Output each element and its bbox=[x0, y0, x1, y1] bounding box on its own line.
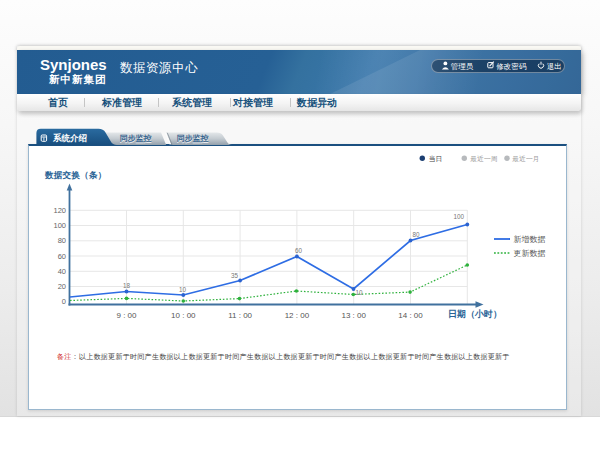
svg-text:20: 20 bbox=[58, 282, 66, 291]
svg-text:当日: 当日 bbox=[429, 155, 443, 163]
svg-text:80: 80 bbox=[58, 236, 66, 245]
svg-text:60: 60 bbox=[58, 252, 66, 261]
svg-text:100: 100 bbox=[53, 221, 66, 230]
svg-text:更新数据: 更新数据 bbox=[514, 249, 546, 258]
svg-text:退出: 退出 bbox=[547, 62, 562, 71]
svg-text:9 : 00: 9 : 00 bbox=[116, 311, 137, 320]
svg-text:35: 35 bbox=[231, 272, 239, 279]
svg-text:12 : 00: 12 : 00 bbox=[285, 311, 310, 320]
svg-text:同步监控: 同步监控 bbox=[177, 134, 209, 143]
svg-text:11 : 00: 11 : 00 bbox=[228, 311, 252, 320]
svg-text:120: 120 bbox=[53, 206, 66, 215]
svg-text:10: 10 bbox=[179, 286, 187, 293]
svg-text:最近一周: 最近一周 bbox=[469, 155, 497, 162]
svg-text:60: 60 bbox=[295, 247, 303, 254]
svg-text:14 : 00: 14 : 00 bbox=[398, 311, 423, 320]
svg-text:10 : 00: 10 : 00 bbox=[171, 311, 196, 320]
svg-text:数据交换（条）: 数据交换（条） bbox=[44, 170, 107, 180]
svg-text:新增数据: 新增数据 bbox=[514, 235, 546, 244]
svg-text:80: 80 bbox=[413, 231, 421, 238]
svg-text:最近一月: 最近一月 bbox=[511, 155, 539, 163]
svg-text:10: 10 bbox=[356, 289, 364, 296]
svg-text:修改密码: 修改密码 bbox=[496, 62, 527, 71]
svg-text:系统介绍: 系统介绍 bbox=[52, 133, 88, 143]
svg-text:13 : 00: 13 : 00 bbox=[341, 311, 366, 320]
svg-text:日期（小时）: 日期（小时） bbox=[448, 309, 502, 319]
svg-text:18: 18 bbox=[123, 282, 131, 289]
svg-text:管理员: 管理员 bbox=[451, 62, 474, 71]
svg-text:同步监控: 同步监控 bbox=[120, 134, 152, 143]
svg-text:40: 40 bbox=[58, 267, 66, 276]
svg-text:0: 0 bbox=[62, 297, 66, 306]
svg-text:100: 100 bbox=[454, 213, 465, 220]
